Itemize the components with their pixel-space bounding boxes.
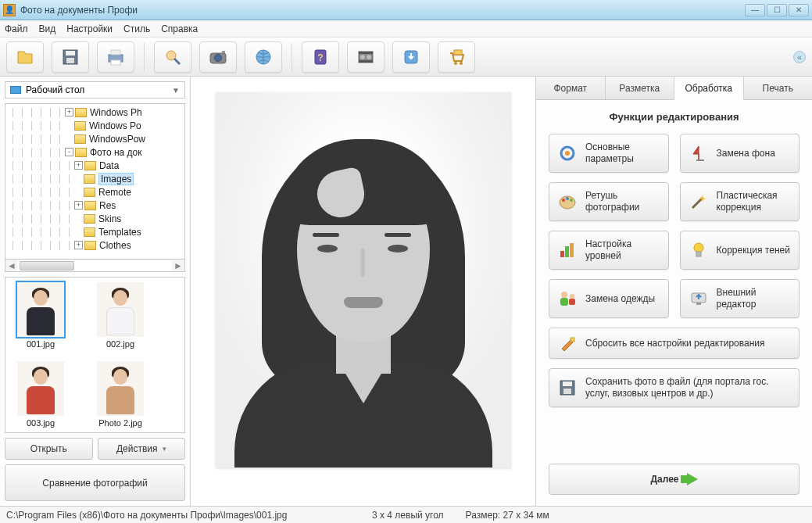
menu-file[interactable]: Файл	[5, 23, 28, 34]
folder-combo[interactable]: Рабочий стол ▼	[5, 81, 185, 99]
svg-point-8	[215, 54, 222, 61]
tree-item[interactable]: │││││││+Clothes	[5, 238, 184, 252]
status-path: C:\Program Files (x86)\Фото на документы…	[6, 510, 350, 521]
save-button[interactable]	[52, 41, 89, 73]
svg-rect-15	[359, 60, 373, 63]
menu-help[interactable]: Справка	[161, 23, 198, 34]
tree-item[interactable]: │││││││+Res	[5, 199, 184, 212]
scroll-right-button[interactable]: ►	[172, 260, 184, 271]
actions-button[interactable]: Действия	[98, 438, 186, 460]
external-editor-button[interactable]: Внешний редактор	[680, 279, 800, 318]
folder-tree[interactable]: ││││││+Windows Ph││││││Windows Po││││││W…	[5, 103, 185, 260]
tree-hscroll[interactable]: ◄ ►	[5, 260, 185, 272]
maximize-button[interactable]: ☐	[767, 4, 787, 16]
compare-photos-button[interactable]: Сравнение фотографий	[5, 464, 185, 501]
lamp-icon	[689, 143, 709, 163]
status-format: 3 x 4 левый угол	[372, 510, 444, 521]
tree-item[interactable]: ││││││+Windows Ph	[5, 106, 184, 119]
svg-rect-24	[696, 159, 704, 161]
tabs: Формат Разметка Обработка Печать	[536, 77, 812, 100]
scroll-left-button[interactable]: ◄	[5, 260, 18, 271]
shop-button[interactable]	[438, 41, 475, 73]
replace-clothes-button[interactable]: Замена одежды	[549, 279, 669, 318]
photo-preview	[216, 92, 511, 467]
svg-point-27	[566, 197, 569, 200]
thumbnail[interactable]: 002.jpg	[90, 282, 151, 349]
tab-processing[interactable]: Обработка	[674, 77, 744, 100]
monitor-icon	[689, 288, 709, 309]
plastic-correction-button[interactable]: Пластическая коррекция	[680, 182, 800, 221]
video-button[interactable]	[347, 41, 385, 73]
web-button[interactable]	[245, 41, 282, 73]
save-to-file-button[interactable]: Сохранить фото в файл (для портала гос. …	[549, 368, 799, 407]
tree-item[interactable]: │││││││Images	[5, 172, 184, 185]
menu-style[interactable]: Стиль	[123, 23, 150, 34]
svg-rect-21	[454, 50, 462, 55]
tree-item[interactable]: ││││││WindowsPow	[5, 132, 184, 145]
svg-rect-31	[570, 243, 574, 257]
menu-view[interactable]: Вид	[39, 23, 56, 34]
arrow-right-icon	[687, 473, 698, 485]
tree-item[interactable]: ││││││Windows Po	[5, 119, 184, 132]
thumbnail[interactable]: Photo 2.jpg	[90, 361, 151, 428]
update-button[interactable]	[392, 41, 430, 73]
collapse-panel-button[interactable]: «	[793, 51, 806, 63]
open-button[interactable]: Открыть	[5, 438, 93, 460]
tree-item[interactable]: │││││││Templates	[5, 225, 184, 238]
retouch-button[interactable]: Ретушь фотографии	[549, 182, 669, 221]
help-button[interactable]: ?	[302, 41, 339, 73]
shadow-correction-button[interactable]: Коррекция теней	[680, 231, 800, 270]
tree-item[interactable]: │││││││+Data	[5, 159, 184, 172]
next-button[interactable]: Далее	[549, 464, 799, 495]
levels-button[interactable]: Настройка уровней	[549, 231, 669, 270]
close-button[interactable]: ✕	[789, 4, 809, 16]
tab-layout[interactable]: Разметка	[606, 77, 675, 99]
svg-rect-40	[571, 338, 574, 342]
svg-point-19	[454, 62, 457, 65]
desktop-icon	[10, 86, 21, 94]
reset-edits-button[interactable]: Сбросить все настройки редактирования	[549, 328, 799, 359]
svg-point-28	[570, 199, 573, 202]
minimize-button[interactable]: —	[745, 4, 765, 16]
app-icon: 👤	[3, 4, 16, 16]
svg-rect-1	[66, 51, 75, 56]
thumbnail[interactable]: 003.jpg	[10, 361, 71, 428]
tree-item[interactable]: │││││││Remote	[5, 185, 184, 199]
svg-rect-2	[66, 58, 74, 63]
print-button[interactable]	[97, 41, 134, 73]
bars-icon	[557, 240, 578, 260]
panel-heading: Функции редактирования	[549, 111, 799, 123]
svg-rect-43	[563, 389, 571, 394]
menu-settings[interactable]: Настройки	[66, 23, 113, 34]
open-file-button[interactable]	[6, 41, 44, 73]
svg-rect-14	[359, 52, 373, 54]
tab-print[interactable]: Печать	[744, 77, 813, 99]
scroll-thumb[interactable]	[20, 261, 74, 270]
right-pane: Формат Разметка Обработка Печать Функции…	[535, 77, 812, 506]
svg-rect-33	[696, 252, 701, 256]
floppy-icon	[557, 378, 578, 398]
thumbnail[interactable]: 001.jpg	[10, 282, 71, 349]
svg-point-32	[694, 243, 703, 253]
tree-item[interactable]: │││││││Skins	[5, 212, 184, 225]
svg-rect-4	[111, 50, 120, 55]
camera-button[interactable]	[199, 41, 237, 73]
face-detect-button[interactable]	[154, 41, 191, 73]
svg-point-16	[360, 55, 365, 59]
tree-item[interactable]: ││││││-Фото на док	[5, 145, 184, 159]
svg-point-20	[460, 62, 463, 65]
svg-point-23	[565, 151, 570, 156]
tab-format[interactable]: Формат	[536, 77, 606, 99]
portrait-image	[216, 92, 511, 467]
menubar: Файл Вид Настройки Стиль Справка	[0, 20, 812, 38]
basic-params-button[interactable]: Основные параметры	[549, 134, 669, 173]
statusbar: C:\Program Files (x86)\Фото на документы…	[0, 506, 812, 523]
palette-icon	[557, 192, 578, 212]
folder-combo-label: Рабочий стол	[26, 84, 84, 95]
svg-point-26	[562, 199, 565, 202]
svg-rect-35	[560, 298, 568, 306]
svg-rect-29	[560, 251, 564, 257]
replace-bg-button[interactable]: Замена фона	[680, 134, 800, 173]
titlebar: 👤 Фото на документы Профи — ☐ ✕	[0, 0, 812, 20]
thumbnails: 001.jpg002.jpg003.jpgPhoto 2.jpg	[5, 277, 185, 433]
